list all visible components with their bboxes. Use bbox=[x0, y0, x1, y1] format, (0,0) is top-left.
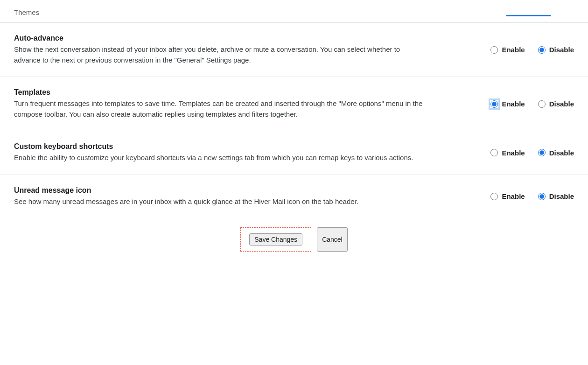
setting-row-custom-keyboard-shortcuts: Custom keyboard shortcutsEnable the abil… bbox=[0, 131, 588, 175]
enable-option[interactable]: Enable bbox=[490, 192, 525, 200]
enable-label: Enable bbox=[502, 149, 525, 157]
setting-text: Custom keyboard shortcutsEnable the abil… bbox=[14, 142, 425, 163]
setting-description: Show the next conversation instead of yo… bbox=[14, 44, 425, 65]
setting-text: Unread message iconSee how many unread m… bbox=[14, 186, 425, 207]
disable-label: Disable bbox=[549, 100, 574, 108]
disable-label: Disable bbox=[549, 192, 574, 200]
disable-label: Disable bbox=[549, 149, 574, 157]
radio-group: EnableDisable bbox=[471, 100, 574, 108]
enable-label: Enable bbox=[502, 46, 525, 54]
enable-radio[interactable] bbox=[490, 46, 498, 54]
disable-option[interactable]: Disable bbox=[538, 46, 574, 54]
actions-row: Save Changes Cancel bbox=[0, 218, 588, 289]
radio-group: EnableDisable bbox=[471, 46, 574, 54]
enable-option[interactable]: Enable bbox=[490, 46, 525, 54]
disable-option[interactable]: Disable bbox=[538, 100, 574, 108]
setting-text: TemplatesTurn frequent messages into tem… bbox=[14, 88, 425, 119]
setting-title: Unread message icon bbox=[14, 186, 425, 195]
setting-row-auto-advance: Auto-advanceShow the next conversation i… bbox=[0, 23, 588, 77]
save-highlight-box: Save Changes bbox=[240, 227, 311, 252]
radio-group: EnableDisable bbox=[471, 149, 574, 157]
setting-text: Auto-advanceShow the next conversation i… bbox=[14, 34, 425, 65]
enable-radio[interactable] bbox=[490, 100, 498, 108]
setting-description: Enable the ability to customize your key… bbox=[14, 153, 425, 163]
setting-description: Turn frequent messages into templates to… bbox=[14, 98, 425, 119]
setting-description: See how many unread messages are in your… bbox=[14, 197, 425, 207]
setting-row-templates: TemplatesTurn frequent messages into tem… bbox=[0, 77, 588, 131]
enable-option[interactable]: Enable bbox=[490, 149, 525, 157]
disable-label: Disable bbox=[549, 46, 574, 54]
nav-section: Themes bbox=[0, 0, 588, 23]
disable-option[interactable]: Disable bbox=[538, 192, 574, 200]
enable-label: Enable bbox=[502, 100, 525, 108]
disable-radio[interactable] bbox=[538, 149, 546, 156]
enable-option[interactable]: Enable bbox=[490, 100, 525, 108]
save-changes-button[interactable]: Save Changes bbox=[249, 233, 302, 246]
enable-radio[interactable] bbox=[490, 193, 498, 200]
disable-option[interactable]: Disable bbox=[538, 149, 574, 157]
enable-radio[interactable] bbox=[490, 149, 498, 156]
setting-title: Templates bbox=[14, 88, 425, 97]
active-tab-underline bbox=[506, 15, 551, 16]
disable-radio[interactable] bbox=[538, 193, 546, 200]
enable-label: Enable bbox=[502, 192, 525, 200]
setting-row-unread-message-icon: Unread message iconSee how many unread m… bbox=[0, 175, 588, 218]
themes-tab[interactable]: Themes bbox=[14, 8, 39, 16]
disable-radio[interactable] bbox=[538, 46, 546, 54]
setting-title: Custom keyboard shortcuts bbox=[14, 142, 425, 151]
setting-title: Auto-advance bbox=[14, 34, 425, 42]
cancel-button[interactable]: Cancel bbox=[317, 227, 348, 252]
disable-radio[interactable] bbox=[538, 100, 546, 108]
radio-group: EnableDisable bbox=[471, 192, 574, 200]
